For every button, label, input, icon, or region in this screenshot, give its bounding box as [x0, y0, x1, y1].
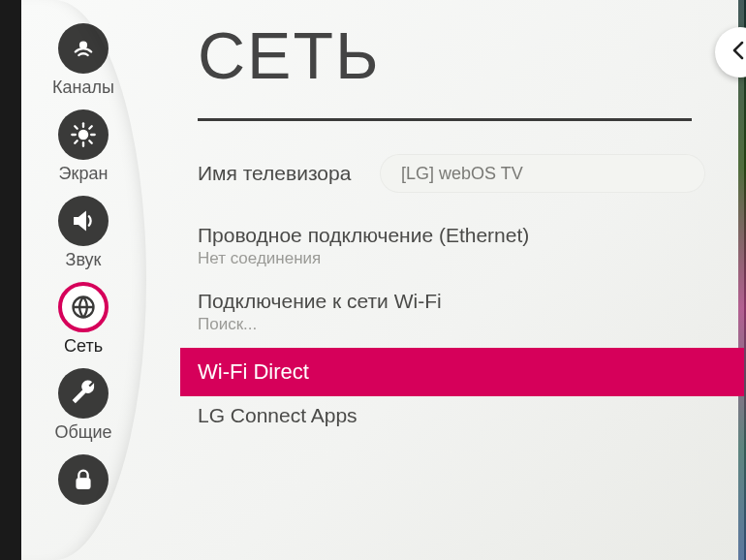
- wifi-direct-row[interactable]: Wi-Fi Direct: [180, 348, 744, 396]
- sidebar-item-label: Сеть: [64, 336, 103, 357]
- sidebar-item-screen[interactable]: Экран: [21, 104, 145, 186]
- row-title: Проводное подключение (Ethernet): [198, 224, 730, 247]
- sidebar-item-label: Общие: [54, 422, 111, 443]
- svg-line-7: [89, 140, 91, 142]
- lg-connect-row[interactable]: LG Connect Apps: [198, 396, 730, 441]
- sidebar-item-channels[interactable]: Каналы: [21, 17, 145, 100]
- sidebar-item-label: Каналы: [52, 78, 114, 98]
- speaker-icon: [58, 196, 109, 246]
- globe-icon: [58, 282, 109, 332]
- settings-main: СЕТЬ Имя телевизора [LG] webOS TV Провод…: [145, 0, 744, 560]
- svg-point-0: [80, 42, 87, 48]
- brightness-icon: [58, 109, 109, 160]
- sidebar-item-lock[interactable]: [21, 449, 145, 511]
- row-title: Wi-Fi Direct: [198, 359, 744, 385]
- wrench-icon: [58, 368, 109, 419]
- svg-point-1: [78, 130, 87, 139]
- tv-name-label: Имя телевизора: [198, 162, 372, 185]
- tv-name-value[interactable]: [LG] webOS TV: [380, 154, 705, 193]
- svg-rect-11: [77, 479, 90, 489]
- svg-line-8: [75, 140, 77, 142]
- page-title: СЕТЬ: [198, 17, 744, 118]
- sidebar-item-label: Экран: [59, 164, 109, 184]
- svg-line-6: [75, 126, 77, 128]
- row-title: Подключение к сети Wi-Fi: [198, 290, 730, 313]
- settings-screen: Каналы Экран Звук Сеть Общие: [21, 0, 744, 560]
- lock-icon: [58, 454, 109, 505]
- satellite-icon: [58, 23, 109, 74]
- sidebar-item-label: Звук: [66, 250, 102, 270]
- row-subtitle: Нет соединения: [198, 249, 730, 268]
- sidebar-item-general[interactable]: Общие: [21, 362, 145, 445]
- sidebar-item-sound[interactable]: Звук: [21, 190, 145, 272]
- wifi-row[interactable]: Подключение к сети Wi-Fi Поиск...: [198, 282, 730, 348]
- ethernet-row[interactable]: Проводное подключение (Ethernet) Нет сое…: [198, 216, 730, 282]
- sidebar-item-network[interactable]: Сеть: [21, 276, 145, 358]
- title-divider: [198, 118, 692, 121]
- svg-line-9: [89, 126, 91, 128]
- row-subtitle: Поиск...: [198, 315, 730, 334]
- settings-sidebar: Каналы Экран Звук Сеть Общие: [21, 0, 145, 560]
- tv-name-row[interactable]: Имя телевизора [LG] webOS TV: [198, 154, 744, 216]
- arrow-left-icon: [729, 39, 746, 66]
- row-title: LG Connect Apps: [198, 404, 730, 427]
